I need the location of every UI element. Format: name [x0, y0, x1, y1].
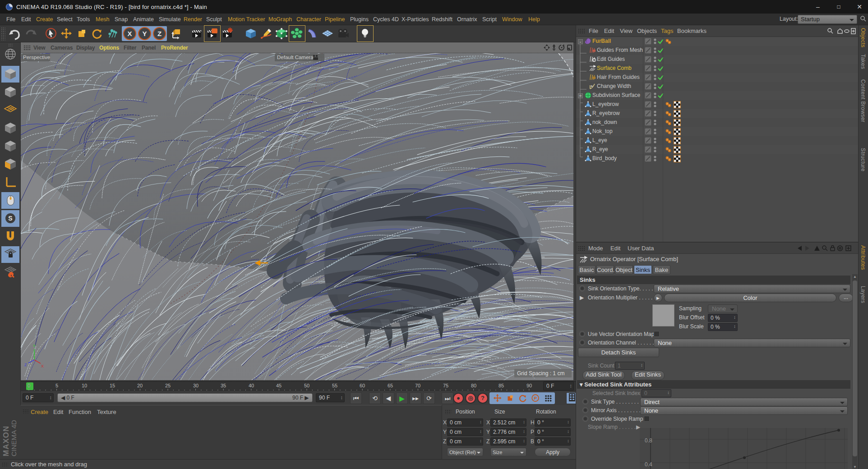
svg-text:Z: Z — [24, 363, 27, 367]
svg-text:Grid Spacing : 1 cm: Grid Spacing : 1 cm — [517, 370, 564, 377]
svg-text:Y: Y — [33, 344, 36, 348]
svg-text:S: S — [8, 215, 12, 222]
svg-text:Perspective: Perspective — [23, 55, 50, 60]
svg-text:P: P — [534, 395, 537, 400]
svg-text:X: X — [41, 364, 44, 368]
svg-text:Default Camera: Default Camera — [277, 55, 314, 60]
